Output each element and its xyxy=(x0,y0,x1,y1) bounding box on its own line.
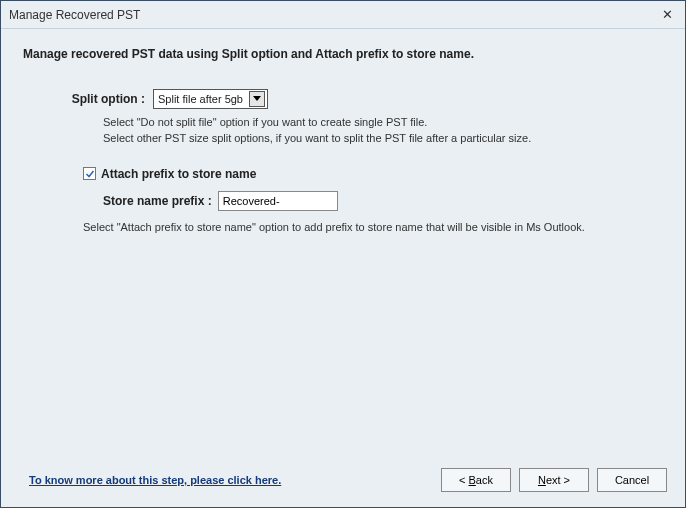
attach-prefix-row: Attach prefix to store name xyxy=(83,167,663,181)
help-link[interactable]: To know more about this step, please cli… xyxy=(29,474,433,486)
split-hint-line1: Select "Do not split file" option if you… xyxy=(103,115,663,131)
prefix-hint: Select "Attach prefix to store name" opt… xyxy=(83,221,663,233)
split-option-select[interactable]: Split file after 5gb xyxy=(153,89,268,109)
dialog-window: Manage Recovered PST ✕ Manage recovered … xyxy=(0,0,686,508)
store-prefix-input[interactable] xyxy=(218,191,338,211)
store-prefix-label: Store name prefix : xyxy=(103,194,212,208)
split-hint: Select "Do not split file" option if you… xyxy=(103,115,663,147)
footer: To know more about this step, please cli… xyxy=(1,459,685,507)
check-icon xyxy=(85,169,95,179)
close-icon[interactable]: ✕ xyxy=(657,5,677,25)
next-button[interactable]: Next > xyxy=(519,468,589,492)
attach-prefix-label: Attach prefix to store name xyxy=(101,167,256,181)
page-heading: Manage recovered PST data using Split op… xyxy=(23,47,663,61)
split-option-label: Split option : xyxy=(23,92,153,106)
window-title: Manage Recovered PST xyxy=(9,8,657,22)
svg-marker-0 xyxy=(253,96,261,101)
back-button[interactable]: < Back xyxy=(441,468,511,492)
content-area: Manage recovered PST data using Split op… xyxy=(1,29,685,459)
chevron-down-icon xyxy=(249,91,265,107)
split-option-value: Split file after 5gb xyxy=(158,93,249,105)
prefix-input-row: Store name prefix : xyxy=(103,191,663,211)
titlebar: Manage Recovered PST ✕ xyxy=(1,1,685,29)
split-option-row: Split option : Split file after 5gb xyxy=(23,89,663,109)
split-hint-line2: Select other PST size split options, if … xyxy=(103,131,663,147)
cancel-button[interactable]: Cancel xyxy=(597,468,667,492)
attach-prefix-checkbox[interactable] xyxy=(83,167,96,180)
